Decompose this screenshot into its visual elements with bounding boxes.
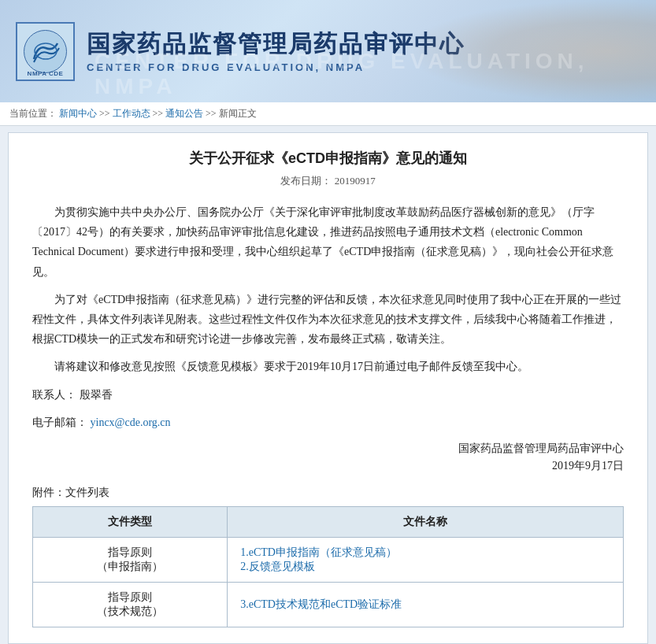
contact-name: 殷翠香 [80, 389, 113, 401]
table-row: 指导原则 （技术规范） 3.eCTD技术规范和eCTD验证标准 [33, 582, 624, 627]
breadcrumb: 当前位置： 新闻中心 >> 工作动态 >> 通知公告 >> 新闻正文 [0, 102, 656, 126]
table-cell-type-2: 指导原则 （技术规范） [33, 582, 228, 627]
body-para3: 请将建议和修改意见按照《反馈意见模板》要求于2019年10月17日前通过电子邮件… [32, 357, 624, 376]
email-link[interactable]: yincx@cde.org.cn [91, 416, 171, 428]
header-decoration [404, 0, 656, 102]
date-label: 发布日期： [280, 175, 332, 187]
file-type-1-line2: （申报指南） [97, 561, 163, 572]
body-para1: 为贯彻实施中共中央办公厅、国务院办公厅《关于深化审评审批制度改革鼓励药品医疗器械… [32, 202, 624, 282]
table-row: 指导原则 （申报指南） 1.eCTD申报指南（征求意见稿） 2.反馈意见模板 [33, 537, 624, 582]
article-sign: 国家药品监督管理局药品审评中心 [32, 442, 624, 456]
breadcrumb-link-1[interactable]: 新闻中心 [59, 108, 97, 119]
article-title: 关于公开征求《eCTD申报指南》意见的通知 [32, 149, 624, 168]
main-content: 关于公开征求《eCTD申报指南》意见的通知 发布日期： 20190917 为贯彻… [8, 132, 648, 644]
article-date-sign: 2019年9月17日 [32, 459, 624, 473]
file-link-3[interactable]: 3.eCTD技术规范和eCTD验证标准 [240, 598, 402, 610]
date-value: 20190917 [335, 175, 376, 187]
logo-icon [24, 30, 67, 73]
file-link-1[interactable]: 1.eCTD申报指南（征求意见稿） [240, 546, 397, 558]
table-col2-header: 文件名称 [228, 506, 624, 537]
logo-box: NMPA CDE [16, 22, 75, 81]
file-link-2[interactable]: 2.反馈意见模板 [240, 561, 315, 572]
table-col1-header: 文件类型 [33, 506, 228, 537]
table-cell-name-2: 3.eCTD技术规范和eCTD验证标准 [228, 582, 624, 627]
breadcrumb-prefix: 当前位置： [9, 108, 57, 119]
breadcrumb-current: 新闻正文 [219, 108, 257, 119]
table-cell-type-1: 指导原则 （申报指南） [33, 537, 228, 582]
breadcrumb-link-2[interactable]: 工作动态 [113, 108, 150, 119]
file-type-2-line1: 指导原则 [108, 591, 152, 603]
email-info: 电子邮箱： yincx@cde.org.cn [32, 413, 624, 432]
site-header: NMPA CDE 国家药品监督管理局药品审评中心 CENTER FOR DRUG… [0, 0, 656, 102]
body-para2: 为了对《eCTD申报指南（征求意见稿）》进行完整的评估和反馈，本次征求意见同时使… [32, 290, 624, 350]
contact-label: 联系人： [32, 389, 76, 401]
article-date: 发布日期： 20190917 [32, 174, 624, 188]
article-body: 为贯彻实施中共中央办公厅、国务院办公厅《关于深化审评审批制度改革鼓励药品医疗器械… [32, 202, 624, 432]
breadcrumb-link-3[interactable]: 通知公告 [165, 108, 203, 119]
table-cell-name-1: 1.eCTD申报指南（征求意见稿） 2.反馈意见模板 [228, 537, 624, 582]
nmpa-cde-label: NMPA CDE [17, 70, 73, 77]
file-type-1-line1: 指导原则 [108, 546, 152, 558]
email-label: 电子邮箱： [32, 416, 87, 428]
file-type-2-line2: （技术规范） [97, 605, 163, 617]
attachment-table: 文件类型 文件名称 指导原则 （申报指南） 1.eCTD申报指南（征求意见稿） … [32, 506, 624, 627]
contact-info: 联系人： 殷翠香 [32, 385, 624, 405]
attachment-header: 附件：文件列表 [32, 486, 624, 500]
